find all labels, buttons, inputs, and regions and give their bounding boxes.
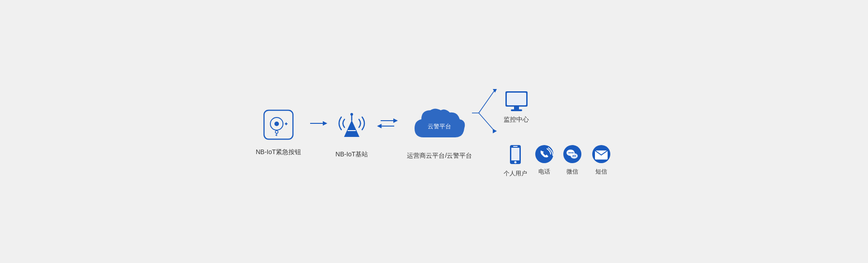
svg-rect-29 (511, 148, 519, 160)
svg-point-39 (573, 155, 574, 156)
svg-marker-23 (493, 129, 497, 133)
svg-point-37 (571, 152, 572, 153)
sms-node: 短信 (590, 144, 612, 176)
svg-marker-9 (323, 121, 327, 126)
svg-marker-15 (393, 118, 398, 123)
sms-icon (590, 144, 612, 164)
wechat-node: 微信 (561, 144, 583, 176)
nb-station-node: NB-IoT基站 (335, 104, 368, 159)
svg-line-20 (479, 90, 495, 113)
phone-node: 电话 (534, 144, 554, 176)
svg-point-35 (571, 153, 578, 159)
wechat-label: 微信 (566, 168, 578, 176)
svg-rect-26 (514, 107, 519, 109)
arrow-1 (309, 119, 327, 128)
branch-lines (472, 77, 508, 149)
phone-label: 电话 (538, 168, 550, 176)
svg-point-38 (572, 152, 574, 153)
personal-label: 个人用户 (504, 169, 527, 178)
svg-point-30 (514, 161, 517, 163)
cloud-label: 运营商云平台/云警平台 (407, 152, 472, 160)
bottom-nodes-row: 个人用户 电话 (504, 144, 612, 178)
svg-point-40 (575, 155, 576, 156)
svg-rect-31 (513, 146, 518, 147)
nb-button-icon (260, 107, 297, 143)
svg-marker-10 (344, 120, 359, 137)
nb-station-icon (336, 104, 368, 145)
cloud-icon: 云警平台 (410, 103, 469, 146)
nb-button-label: NB-IoT紧急按钮 (256, 148, 301, 156)
monitor-row: 监控中心 (504, 90, 612, 124)
phone-icon (534, 144, 554, 164)
wechat-icon (561, 144, 583, 164)
svg-line-22 (479, 113, 495, 131)
svg-text:云警平台: 云警平台 (428, 123, 451, 130)
personal-node: 个人用户 (504, 144, 527, 178)
sms-label: 短信 (595, 168, 607, 176)
nb-station-label: NB-IoT基站 (335, 150, 368, 159)
svg-point-5 (275, 131, 278, 133)
svg-rect-25 (507, 93, 526, 105)
svg-point-2 (274, 122, 279, 126)
branch-container: 监控中心 个人用户 (474, 86, 612, 178)
double-arrow (376, 117, 399, 130)
svg-rect-27 (511, 109, 522, 111)
iot-diagram: NB-IoT紧急按钮 NB-IoT基站 (256, 86, 613, 178)
personal-icon (507, 144, 524, 166)
cloud-node: 云警平台 运营商云平台/云警平台 (407, 103, 472, 160)
svg-point-36 (569, 152, 570, 153)
svg-point-13 (350, 113, 353, 116)
svg-marker-17 (377, 124, 382, 128)
nb-button-node: NB-IoT紧急按钮 (256, 107, 301, 156)
